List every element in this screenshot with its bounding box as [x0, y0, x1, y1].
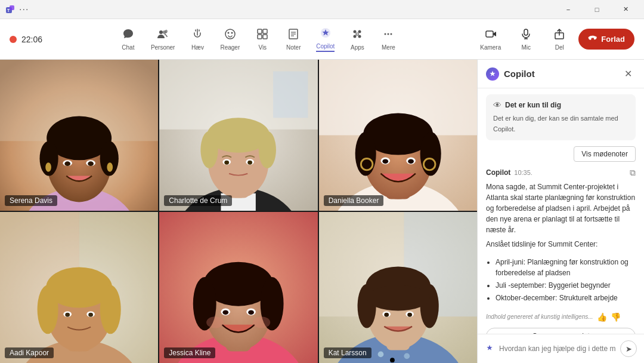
svg-point-53: [201, 131, 218, 168]
svg-rect-27: [524, 29, 528, 35]
svg-text:9: 9: [165, 29, 168, 33]
minimize-button[interactable]: −: [555, 0, 582, 19]
call-timer: 22:06: [21, 35, 42, 44]
view-label: Vis: [258, 44, 267, 51]
feedback-row: Indhold genereret af kunstig intelligens…: [486, 312, 636, 322]
recording-indicator: [10, 36, 17, 43]
video-cell-6: Kat Larsson: [319, 212, 477, 363]
toolbar-chat[interactable]: Chat: [114, 24, 143, 54]
toolbar-notes[interactable]: Noter: [279, 24, 308, 54]
participant-name-1: Serena Davis: [5, 195, 57, 206]
privacy-eye-icon: 👁: [493, 100, 501, 110]
video-face-1: [0, 60, 158, 211]
people-label: Personer: [151, 44, 175, 51]
copilot-title: Copilot: [504, 69, 535, 79]
svg-point-21: [358, 35, 361, 38]
svg-point-104: [390, 358, 395, 362]
svg-rect-26: [486, 31, 493, 37]
share-label: Del: [555, 44, 564, 51]
title-bar: T ··· − □ ✕: [0, 0, 644, 19]
copilot-toolbar-icon: [320, 27, 332, 42]
copilot-title-row: Copilot: [486, 67, 535, 81]
bullet-item-3: Oktober-december: Strukturelt arbejde: [496, 293, 636, 303]
svg-point-54: [259, 131, 276, 168]
view-notes-button[interactable]: Vis mødenoter: [574, 146, 636, 162]
toolbar-copilot[interactable]: Copilot: [310, 23, 340, 56]
video-cell-1: Serena Davis: [0, 60, 158, 211]
video-face-5: [159, 212, 317, 363]
svg-point-105: [404, 353, 410, 359]
thumbs-up-icon[interactable]: 👍: [597, 312, 607, 322]
title-bar-menu[interactable]: ···: [19, 4, 29, 15]
camera-label: Kamera: [480, 44, 501, 51]
mic-button[interactable]: Mic: [512, 24, 540, 54]
svg-point-44: [107, 162, 113, 172]
copilot-header: Copilot ✕: [478, 60, 644, 88]
svg-rect-9: [258, 29, 262, 33]
toolbar-apps[interactable]: Apps: [343, 24, 371, 54]
privacy-notice: 👁 Det er kun til dig Det er kun dig, der…: [486, 94, 636, 140]
thumbs-down-icon[interactable]: 👎: [611, 312, 621, 322]
toolbar-react[interactable]: Reager: [214, 24, 246, 54]
message-sender: Copilot: [486, 168, 510, 177]
notes-icon: [287, 28, 299, 43]
close-button[interactable]: ✕: [612, 0, 639, 19]
camera-button[interactable]: Kamera: [474, 24, 507, 54]
copilot-toolbar-label: Copilot: [316, 43, 335, 52]
video-cell-4: Aadi Kapoor: [0, 212, 158, 363]
svg-point-58: [248, 161, 253, 165]
copilot-logo: [486, 67, 499, 81]
video-cell-5: Jessica Kline: [159, 212, 317, 363]
copilot-input-icon: [485, 343, 494, 355]
share-button[interactable]: Del: [545, 24, 574, 54]
copilot-close-button[interactable]: ✕: [621, 67, 636, 81]
video-face-3: [319, 60, 477, 211]
message-header: Copilot 10:35. ⧉: [486, 168, 636, 178]
participant-name-2: Charlotte de Crum: [164, 195, 232, 206]
svg-point-42: [88, 161, 94, 166]
leave-button[interactable]: Forlad: [578, 29, 634, 50]
copilot-panel: Copilot ✕ 👁 Det er kun til dig Det er ku…: [477, 60, 644, 363]
svg-point-22: [356, 33, 358, 35]
raise-icon: [191, 28, 203, 43]
svg-point-98: [253, 316, 270, 328]
title-bar-left: T ···: [5, 4, 29, 15]
svg-point-23: [385, 33, 386, 35]
raise-label: Hæv: [191, 44, 204, 51]
svg-rect-47: [273, 71, 308, 118]
svg-text:T: T: [7, 8, 10, 13]
share-icon: [553, 28, 565, 43]
bullet-title: Anslået tidslinje for Summit Center:: [486, 239, 636, 250]
svg-point-41: [64, 161, 70, 166]
svg-point-57: [225, 161, 230, 165]
copy-icon[interactable]: ⧉: [630, 168, 636, 178]
chat-icon: [122, 28, 134, 43]
toolbar-people[interactable]: 9 Personer: [145, 24, 181, 54]
react-label: Reager: [220, 44, 240, 51]
message-time: 10:35.: [514, 169, 532, 176]
ai-disclaimer: Indhold genereret af kunstig intelligens…: [486, 313, 593, 320]
participant-name-3: Daniella Booker: [324, 195, 384, 206]
send-button[interactable]: ➤: [620, 340, 637, 357]
toolbar-raise[interactable]: Hæv: [183, 24, 212, 54]
video-cell-3: Daniella Booker: [319, 60, 477, 211]
apps-icon: [351, 28, 363, 43]
privacy-icon-row: 👁 Det er kun til dig: [493, 100, 628, 110]
summarize-button[interactable]: Opsummer mødet: [486, 328, 636, 334]
toolbar-more[interactable]: Mere: [374, 24, 402, 54]
chat-input-field[interactable]: [499, 344, 615, 353]
message-text: Mona sagde, at Summit Center-projektet i…: [486, 182, 636, 235]
svg-point-19: [358, 30, 361, 33]
bullet-item-2: Juli -september: Byggeriet begynder: [496, 280, 636, 291]
toolbar-view[interactable]: Vis: [248, 24, 277, 54]
svg-point-111: [367, 285, 429, 311]
participant-name-5: Jessica Kline: [164, 347, 215, 358]
maximize-button[interactable]: □: [583, 0, 611, 19]
camera-icon: [485, 28, 497, 43]
svg-rect-12: [263, 35, 267, 39]
notes-label: Noter: [286, 44, 301, 51]
bullet-list: April-juni: Planlægning før konstruktion…: [496, 257, 636, 305]
toolbar-right: Kamera Mic Del: [474, 24, 634, 54]
svg-point-8: [231, 32, 233, 33]
leave-phone-icon: [588, 33, 597, 45]
